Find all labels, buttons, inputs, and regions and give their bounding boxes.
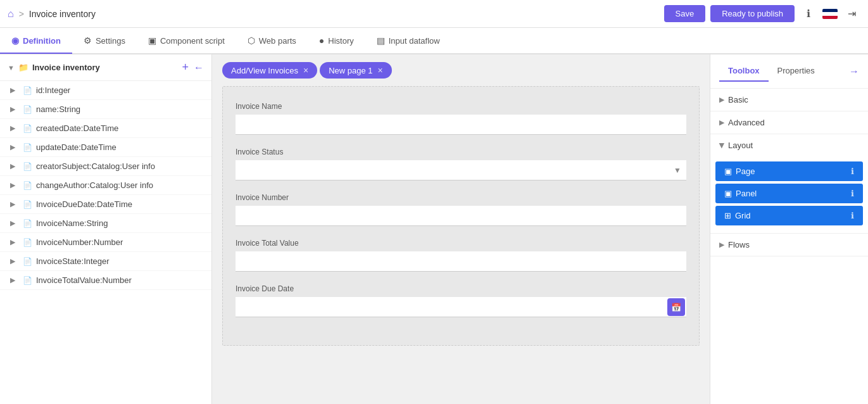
delete-icon[interactable]: 🗑 xyxy=(196,275,204,285)
panel-arrow-icon[interactable]: → xyxy=(849,66,859,77)
topbar: ⌂ > Invoice inventory Save Ready to publ… xyxy=(0,0,868,28)
field-icon: 📄 xyxy=(23,181,32,190)
invoice-status-label: Invoice Status xyxy=(236,148,686,156)
panel-item-label: Panel xyxy=(736,189,757,198)
page-tab-label: Add/View Invoices xyxy=(231,66,298,75)
expand-icon[interactable]: ▶ xyxy=(10,86,20,94)
delete-icon[interactable]: 🗑 xyxy=(196,199,204,209)
field-icon: 📄 xyxy=(23,257,32,266)
expand-icon[interactable]: ▶ xyxy=(10,238,20,246)
home-icon[interactable]: ⌂ xyxy=(8,8,14,20)
expand-icon[interactable]: ▶ xyxy=(10,276,20,284)
tree-item-name-string[interactable]: ▶ 📄 name:String xyxy=(0,100,211,119)
tree-item-creator-subject[interactable]: ▶ 📄 creatorSubject:Catalog:User info xyxy=(0,157,211,176)
grid-item-info-icon[interactable]: ℹ xyxy=(851,211,854,220)
tab-settings[interactable]: ⚙ Settings xyxy=(72,28,137,54)
toolbox-tab[interactable]: Toolbox xyxy=(719,61,769,82)
tab-web-parts[interactable]: ⬡ Web parts xyxy=(236,28,308,54)
topbar-right: Save Ready to publish ℹ ⇥ xyxy=(664,5,860,23)
toolbox-section-layout-header[interactable]: ▶ Layout xyxy=(710,134,868,156)
field-icon: 📄 xyxy=(23,200,32,209)
expand-icon[interactable]: ▶ xyxy=(10,105,20,113)
expand-icon[interactable]: ▶ xyxy=(10,219,20,227)
language-flag-icon[interactable] xyxy=(822,9,838,19)
invoice-total-value-label: Invoice Total Value xyxy=(236,239,686,248)
delete-icon[interactable]: 🗑 xyxy=(196,256,204,266)
tree-item-invoice-due-date[interactable]: ▶ 📄 InvoiceDueDate:DateTime ✏ 🗑 xyxy=(0,195,211,214)
invoice-name-input[interactable] xyxy=(236,115,686,135)
toolbox-item-grid[interactable]: ⊞ Grid ℹ xyxy=(715,206,863,225)
page-item-info-icon[interactable]: ℹ xyxy=(851,167,854,176)
invoice-due-date-input[interactable] xyxy=(236,297,686,317)
page-tab-add-view-invoices[interactable]: Add/View Invoices × xyxy=(222,62,317,79)
sidebar-header-icons: + ← xyxy=(182,61,204,74)
chevron-down-icon[interactable]: ▼ xyxy=(8,64,15,72)
logout-icon[interactable]: ⇥ xyxy=(843,5,860,23)
edit-icon[interactable]: ✏ xyxy=(185,237,192,247)
expand-icon[interactable]: ▶ xyxy=(10,143,20,151)
tree-item-update-date[interactable]: ▶ 📄 updateDate:DateTime xyxy=(0,138,211,157)
close-tab-icon[interactable]: × xyxy=(378,65,383,75)
invoice-name-label: Invoice Name xyxy=(236,102,686,111)
toolbox-item-panel[interactable]: ▣ Panel ℹ xyxy=(715,184,863,203)
tree-item-invoice-total-value[interactable]: ▶ 📄 InvoiceTotalValue:Number ✏ 🗑 xyxy=(0,271,211,290)
invoice-number-input[interactable] xyxy=(236,206,686,226)
sidebar-header-left: ▼ 📁 Invoice inventory xyxy=(8,63,100,72)
properties-tab[interactable]: Properties xyxy=(769,61,824,82)
toolbox-item-page[interactable]: ▣ Page ℹ xyxy=(715,161,863,181)
right-panel-header: Toolbox Properties → xyxy=(710,54,868,89)
field-icon: 📄 xyxy=(23,86,32,95)
close-tab-icon[interactable]: × xyxy=(303,65,308,75)
folder-icon: 📁 xyxy=(18,63,28,72)
expand-icon[interactable]: ▶ xyxy=(10,257,20,265)
invoice-status-select[interactable] xyxy=(236,160,686,180)
right-panel-tabs: Toolbox Properties xyxy=(719,61,824,82)
edit-icon[interactable]: ✏ xyxy=(185,275,192,285)
grid-item-label: Grid xyxy=(735,211,751,220)
invoice-total-value-input[interactable] xyxy=(236,251,686,272)
panel-item-info-icon[interactable]: ℹ xyxy=(851,189,854,198)
save-button[interactable]: Save xyxy=(664,5,706,22)
invoice-number-label: Invoice Number xyxy=(236,193,686,202)
flows-section-label: Flows xyxy=(728,240,750,249)
toolbox-section-advanced: ▶ Advanced xyxy=(710,111,868,134)
toolbox-section-flows-header[interactable]: ▶ Flows xyxy=(710,234,868,256)
expand-icon[interactable]: ▶ xyxy=(10,200,20,208)
invoice-status-select-wrapper: ▼ xyxy=(236,160,686,180)
tree-item-invoice-number[interactable]: ▶ 📄 InvoiceNumber:Number ✏ 🗑 xyxy=(0,233,211,252)
date-picker-button[interactable]: 📅 xyxy=(667,298,685,316)
tab-definition[interactable]: ◉ Definition xyxy=(0,28,72,54)
edit-icon[interactable]: ✏ xyxy=(185,199,192,209)
sidebar-header: ▼ 📁 Invoice inventory + ← xyxy=(0,54,211,81)
delete-icon[interactable]: 🗑 xyxy=(196,218,204,228)
expand-icon[interactable]: ▶ xyxy=(10,181,20,189)
expand-icon[interactable]: ▶ xyxy=(10,124,20,132)
add-item-icon[interactable]: + xyxy=(182,61,189,74)
field-icon: 📄 xyxy=(23,124,32,133)
tree-item-invoice-name[interactable]: ▶ 📄 InvoiceName:String ✏ 🗑 xyxy=(0,214,211,233)
tree-item-id-integer[interactable]: ▶ 📄 id:Integer xyxy=(0,81,211,100)
tab-input-dataflow[interactable]: ▤ Input dataflow xyxy=(365,28,451,54)
tab-component-script[interactable]: ▣ Component script xyxy=(137,28,236,54)
page-tab-new-page-1[interactable]: New page 1 × xyxy=(320,62,392,79)
expand-icon[interactable]: ▶ xyxy=(10,162,20,170)
tab-history[interactable]: ● History xyxy=(308,28,365,54)
input-dataflow-tab-icon: ▤ xyxy=(377,35,385,46)
field-icon: 📄 xyxy=(23,219,32,228)
delete-icon[interactable]: 🗑 xyxy=(196,237,204,247)
tree-item-created-date[interactable]: ▶ 📄 createdDate:DateTime xyxy=(0,119,211,138)
ready-to-publish-button[interactable]: Ready to publish xyxy=(710,5,795,22)
toolbox-section-flows: ▶ Flows xyxy=(710,234,868,256)
toolbox-section-advanced-header[interactable]: ▶ Advanced xyxy=(710,111,868,134)
page-item-icon: ▣ xyxy=(724,167,732,176)
breadcrumb-separator: > xyxy=(19,9,24,19)
topbar-left: ⌂ > Invoice inventory xyxy=(8,8,96,20)
tree-item-change-author[interactable]: ▶ 📄 changeAuthor:Catalog:User info xyxy=(0,176,211,195)
edit-icon[interactable]: ✏ xyxy=(185,256,192,266)
back-icon[interactable]: ← xyxy=(194,62,204,73)
content-area: Add/View Invoices × New page 1 × Invoice… xyxy=(212,54,710,404)
info-icon[interactable]: ℹ xyxy=(800,5,817,23)
tree-item-invoice-state[interactable]: ▶ 📄 InvoiceState:Integer ✏ 🗑 xyxy=(0,252,211,271)
edit-icon[interactable]: ✏ xyxy=(185,218,192,228)
toolbox-section-basic-header[interactable]: ▶ Basic xyxy=(710,89,868,111)
